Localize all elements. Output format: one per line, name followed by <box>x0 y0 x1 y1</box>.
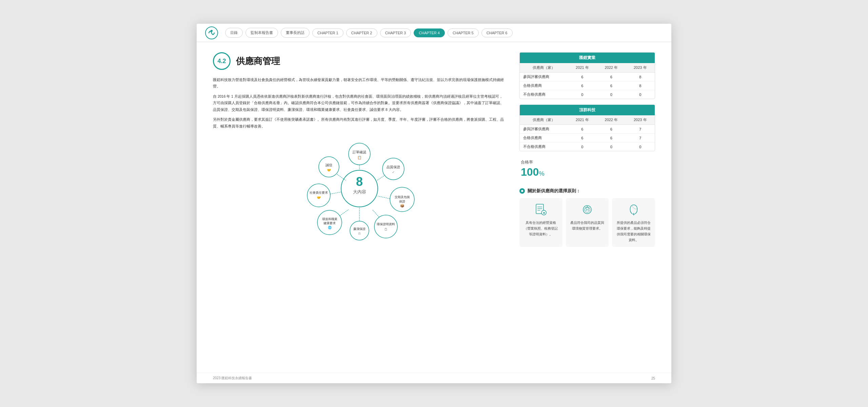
leaf-icon <box>627 203 640 216</box>
row3-2022: 0 <box>597 90 626 99</box>
svg-text:🌐: 🌐 <box>328 226 332 230</box>
col2-2023: 2023 年 <box>626 115 655 125</box>
col-supplier-label: 供應商（家） <box>520 63 568 73</box>
svg-text:📦: 📦 <box>400 204 405 208</box>
svg-text:🗒: 🗒 <box>384 228 388 231</box>
diagram-area: 8 大內容 訂單確認 📋 品質保證 ✓ 交期及包裝 保 <box>213 135 506 244</box>
nav-item-ch4[interactable]: CHAPTER 4 <box>414 28 445 37</box>
svg-text:環規和職業: 環規和職業 <box>322 217 337 221</box>
left-column: 4.2 供應商管理 匯鎧科技致力營造對環境及社會負責任的經營模式，為管現永續發展… <box>213 52 506 366</box>
pass-rate-unit: % <box>539 170 544 177</box>
svg-text:品質保證: 品質保證 <box>387 165 400 169</box>
nav-item-ch2[interactable]: CHAPTER 2 <box>346 28 377 37</box>
table-row: 合格供應商 6 6 8 <box>520 81 655 90</box>
footer-right: 25 <box>651 376 655 380</box>
criteria-card-1: ★ 具有合法的經營資格（營業執照、稅務登記等證明資料）。 <box>519 198 563 247</box>
nav-item-ch6[interactable]: CHAPTER 6 <box>481 28 513 37</box>
criteria-card-3: 所提供的產品必須符合環保要求，能夠及時提供我司需要的相關環保資料。 <box>612 198 655 247</box>
row3-2023: 0 <box>626 142 655 151</box>
svg-text:保證: 保證 <box>399 200 405 203</box>
criteria-text-2: 產品符合我司的品質與環境物質管理要求。 <box>570 220 605 231</box>
row1-2023: 7 <box>626 125 655 134</box>
table2-data: 供應商（家） 2021 年 2022 年 2023 年 參與評審供應商 6 6 … <box>520 115 655 151</box>
main-content: 4.2 供應商管理 匯鎧科技致力營造對環境及社會負責任的經營模式，為管現永續發展… <box>197 42 671 373</box>
svg-text:8: 8 <box>356 175 363 189</box>
row3-2023: 0 <box>626 90 655 99</box>
svg-point-31 <box>307 184 330 207</box>
pass-rate-value: 100 <box>521 166 539 178</box>
body-para-1: 匯鎧科技致力營造對環境及社會負責任的經營模式，為管現永續發展貢獻力量，朝著安全的… <box>213 77 506 90</box>
table1-data: 供應商（家） 2021 年 2022 年 2023 年 參與評審供應商 6 6 … <box>520 63 655 99</box>
svg-line-34 <box>330 192 341 194</box>
svg-point-35 <box>319 157 339 177</box>
row2-label: 合格供應商 <box>520 81 568 90</box>
row2-2023: 7 <box>626 134 655 142</box>
svg-text:健康要求: 健康要求 <box>323 221 336 225</box>
svg-text:📋: 📋 <box>357 155 362 160</box>
nav-item-chair[interactable]: 董事長的話 <box>281 28 310 38</box>
svg-text:交期及包裝: 交期及包裝 <box>395 195 410 199</box>
svg-line-12 <box>377 175 385 180</box>
svg-text:🤝: 🤝 <box>317 195 321 200</box>
row2-2021: 6 <box>568 134 597 142</box>
row2-2021: 6 <box>568 81 597 90</box>
table-company1: 匯鎧實業 供應商（家） 2021 年 2022 年 2023 年 參與評審供應商 <box>519 52 655 99</box>
content-diagram: 8 大內容 訂單確認 📋 品質保證 ✓ 交期及包裝 保 <box>302 135 417 244</box>
criteria-text-3: 所提供的產品必須符合環保要求，能夠及時提供我司需要的相關環保資料。 <box>616 220 651 243</box>
svg-line-17 <box>378 196 390 199</box>
svg-text:★: ★ <box>542 211 546 215</box>
row3-2021: 0 <box>568 142 597 151</box>
nav-item-ch3[interactable]: CHAPTER 3 <box>380 28 411 37</box>
selection-title-row: 關於新供應商的選擇原則： <box>519 188 655 194</box>
svg-text:廉潔保證: 廉潔保證 <box>353 227 366 231</box>
body-para-2: 自 2016 年 1 月起採購人員憑依依新進供應商評核表對新供應商進行評核，包含… <box>213 93 506 113</box>
right-column: 匯鎧實業 供應商（家） 2021 年 2022 年 2023 年 參與評審供應商 <box>519 52 655 366</box>
row1-2023: 8 <box>626 73 655 81</box>
certificate-icon: ★ <box>534 203 548 216</box>
table-row: 參與評審供應商 6 6 7 <box>520 125 655 134</box>
svg-point-22 <box>350 221 369 240</box>
page-footer: 2023 匯鎧科技永續報告書 25 <box>197 373 671 383</box>
col-2023: 2023 年 <box>626 63 655 73</box>
row1-label: 參與評審供應商 <box>520 73 568 81</box>
table-row: 合格供應商 6 6 7 <box>520 134 655 142</box>
table-row: 不合格供應商 0 0 0 <box>520 90 655 99</box>
selection-dot-icon <box>519 188 525 194</box>
svg-line-21 <box>372 210 379 217</box>
row1-2021: 6 <box>568 125 597 134</box>
section-badge: 4.2 <box>213 52 231 70</box>
svg-text:大內容: 大內容 <box>353 189 366 194</box>
nav-item-ch5[interactable]: CHAPTER 5 <box>448 28 479 37</box>
section-title-row: 4.2 供應商管理 <box>213 52 506 70</box>
row2-2023: 8 <box>626 81 655 90</box>
table-company2: 頂群科技 供應商（家） 2021 年 2022 年 2023 年 參與評審供應商 <box>519 104 655 151</box>
svg-text:✓: ✓ <box>392 170 395 174</box>
svg-text:社會責任要求: 社會責任要求 <box>310 191 328 194</box>
svg-point-13 <box>390 187 414 212</box>
col2-supplier-label: 供應商（家） <box>520 115 568 125</box>
nav-item-ch1[interactable]: CHAPTER 1 <box>312 28 343 37</box>
section-title: 供應商管理 <box>236 55 280 67</box>
row1-label: 參與評審供應商 <box>520 125 568 134</box>
col-2022: 2022 年 <box>597 63 626 73</box>
nav-item-contents[interactable]: 目錄 <box>225 28 243 38</box>
row3-2022: 0 <box>597 142 626 151</box>
svg-line-30 <box>340 210 349 216</box>
col2-2022: 2022 年 <box>597 115 626 125</box>
nav-item-report[interactable]: 監制本報告書 <box>245 28 278 38</box>
table1-header: 匯鎧實業 <box>520 53 655 63</box>
criteria-card-2: 產品符合我司的品質與環境物質管理要求。 <box>566 198 609 247</box>
logo-icon <box>205 26 218 40</box>
row3-label: 不合格供應商 <box>520 142 568 151</box>
body-para-3: 另外對於貴金屬供應商，要求其簽訂《不使用衝突礦產承諾書》。所有供應商均有對其進行… <box>213 116 506 130</box>
table-row: 不合格供應商 0 0 0 <box>520 142 655 151</box>
svg-point-5 <box>349 143 370 165</box>
svg-text:訂單確認: 訂單確認 <box>353 150 366 154</box>
col-2021: 2021 年 <box>568 63 597 73</box>
row2-label: 合格供應商 <box>520 134 568 142</box>
row3-2021: 0 <box>568 90 597 99</box>
svg-text:誠信: 誠信 <box>326 163 332 167</box>
svg-point-18 <box>374 215 397 238</box>
row2-2022: 6 <box>597 81 626 90</box>
row3-label: 不合格供應商 <box>520 90 568 99</box>
